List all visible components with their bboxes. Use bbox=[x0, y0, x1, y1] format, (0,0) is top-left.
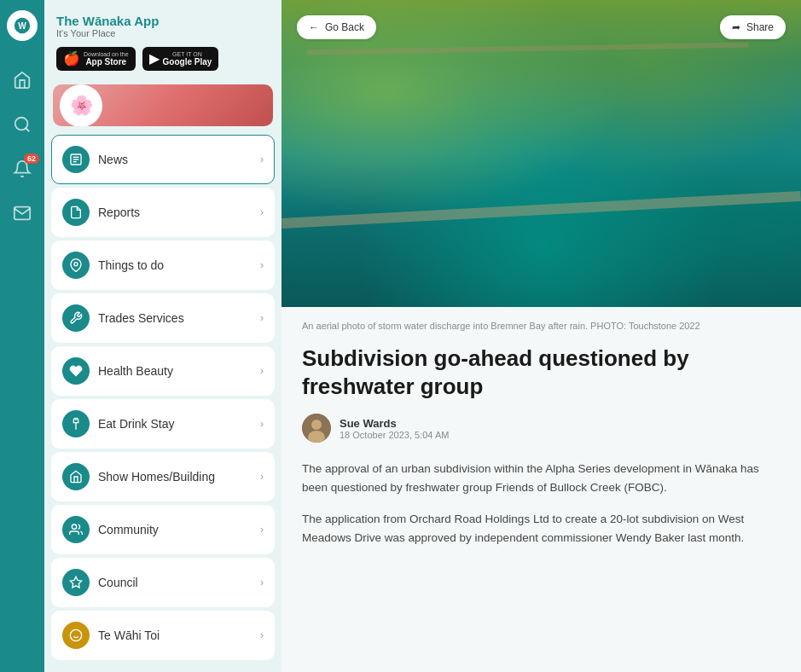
nav-list: News › Reports › Things to do › bbox=[44, 135, 282, 663]
news-icon bbox=[62, 146, 90, 173]
show-homes-icon bbox=[62, 463, 90, 490]
svg-point-17 bbox=[311, 420, 322, 430]
promo-banner[interactable]: 🌸 bbox=[53, 84, 273, 126]
sidebar-header: The Wānaka App It's Your Place 🍎 Downloa… bbox=[44, 0, 282, 79]
trades-services-icon bbox=[62, 304, 90, 332]
health-beauty-label: Health Beauty bbox=[98, 364, 260, 378]
health-beauty-icon bbox=[62, 357, 90, 385]
community-label: Community bbox=[98, 523, 260, 536]
search-rail-icon[interactable] bbox=[0, 102, 44, 147]
health-beauty-chevron: › bbox=[260, 365, 264, 377]
reports-label: Reports bbox=[98, 206, 260, 219]
share-button[interactable]: ➦ Share bbox=[720, 15, 786, 39]
author-row: Sue Wards 18 October 2023, 5:04 AM bbox=[302, 414, 781, 443]
article-paragraph-1: The approval of an urban subdivision wit… bbox=[302, 460, 781, 498]
share-icon: ➦ bbox=[732, 21, 740, 33]
google-play-line2: Google Play bbox=[163, 57, 212, 67]
trades-services-chevron: › bbox=[260, 312, 264, 324]
council-icon bbox=[62, 569, 90, 596]
nav-item-te-wahi-toi[interactable]: Te Wāhi Toi › bbox=[51, 611, 275, 660]
nav-item-things-to-do[interactable]: Things to do › bbox=[51, 240, 275, 290]
nav-item-council[interactable]: Council › bbox=[51, 558, 275, 607]
nav-item-reports[interactable]: Reports › bbox=[51, 188, 275, 237]
photo-caption: An aerial photo of storm water discharge… bbox=[302, 321, 781, 331]
te-wahi-toi-icon bbox=[62, 622, 90, 649]
nav-item-community[interactable]: Community › bbox=[51, 505, 275, 554]
nav-item-news[interactable]: News › bbox=[51, 135, 275, 184]
council-label: Council bbox=[98, 576, 260, 589]
author-name: Sue Wards bbox=[340, 417, 449, 430]
community-chevron: › bbox=[260, 524, 264, 536]
svg-point-8 bbox=[74, 263, 78, 266]
show-homes-chevron: › bbox=[260, 471, 264, 483]
icon-rail: W 62 bbox=[0, 0, 44, 672]
promo-icon: 🌸 bbox=[60, 84, 102, 126]
svg-point-2 bbox=[15, 118, 28, 130]
main-content: ← Go Back ➦ Share An aerial photo of sto… bbox=[282, 0, 801, 672]
news-chevron: › bbox=[260, 154, 264, 165]
nav-item-trades-services[interactable]: Trades Services › bbox=[51, 293, 275, 343]
mail-rail-icon[interactable] bbox=[0, 191, 44, 235]
council-chevron: › bbox=[260, 576, 264, 588]
community-icon bbox=[62, 516, 90, 543]
svg-text:W: W bbox=[18, 21, 26, 31]
aerial-photo bbox=[282, 0, 801, 307]
reports-icon bbox=[62, 199, 90, 226]
eat-drink-stay-icon bbox=[62, 410, 90, 437]
app-title: The Wānaka App bbox=[56, 14, 270, 28]
app-store-button[interactable]: 🍎 Download on the App Store bbox=[56, 47, 136, 71]
notification-badge: 62 bbox=[24, 154, 39, 164]
article-body: An aerial photo of storm water discharge… bbox=[282, 307, 801, 580]
author-avatar bbox=[302, 414, 331, 443]
svg-marker-12 bbox=[70, 576, 81, 588]
author-info: Sue Wards 18 October 2023, 5:04 AM bbox=[340, 417, 449, 440]
nav-item-eat-drink-stay[interactable]: Eat Drink Stay › bbox=[51, 399, 275, 449]
article-title: Subdivision go-ahead questioned by fresh… bbox=[302, 345, 781, 400]
te-wahi-toi-label: Te Wāhi Toi bbox=[98, 629, 260, 642]
things-to-do-label: Things to do bbox=[98, 258, 260, 272]
show-homes-label: Show Homes/Building bbox=[98, 470, 260, 484]
app-store-line1: Download on the bbox=[84, 51, 129, 57]
svg-point-11 bbox=[72, 524, 76, 529]
things-to-do-icon bbox=[62, 252, 90, 279]
news-label: News bbox=[98, 153, 260, 166]
te-wahi-toi-chevron: › bbox=[260, 629, 264, 641]
google-play-icon: ▶ bbox=[149, 52, 160, 66]
google-play-button[interactable]: ▶ GET IT ON Google Play bbox=[142, 47, 219, 71]
google-play-line1: GET IT ON bbox=[163, 51, 212, 57]
app-store-line2: App Store bbox=[84, 57, 129, 67]
go-back-label: Go Back bbox=[325, 21, 364, 33]
store-buttons-row: 🍎 Download on the App Store ▶ GET IT ON … bbox=[56, 47, 270, 71]
share-label: Share bbox=[746, 21, 774, 33]
eat-drink-stay-label: Eat Drink Stay bbox=[98, 417, 260, 431]
reports-chevron: › bbox=[260, 206, 264, 218]
app-subtitle: It's Your Place bbox=[56, 28, 270, 38]
nav-item-show-homes[interactable]: Show Homes/Building › bbox=[51, 452, 275, 501]
article-hero-image: ← Go Back ➦ Share bbox=[282, 0, 801, 307]
app-logo[interactable]: W bbox=[7, 10, 38, 41]
home-rail-icon[interactable] bbox=[0, 58, 44, 102]
trades-services-label: Trades Services bbox=[98, 311, 260, 325]
svg-line-3 bbox=[26, 128, 29, 131]
go-back-button[interactable]: ← Go Back bbox=[297, 15, 376, 39]
notifications-rail-icon[interactable]: 62 bbox=[0, 147, 44, 191]
sidebar: The Wānaka App It's Your Place 🍎 Downloa… bbox=[44, 0, 282, 672]
svg-point-13 bbox=[70, 629, 81, 640]
author-date: 18 October 2023, 5:04 AM bbox=[340, 430, 449, 440]
apple-icon: 🍎 bbox=[63, 52, 80, 66]
article-paragraph-2: The application from Orchard Road Holdin… bbox=[302, 510, 781, 548]
nav-item-health-beauty[interactable]: Health Beauty › bbox=[51, 346, 275, 396]
eat-drink-stay-chevron: › bbox=[260, 418, 264, 430]
go-back-arrow-icon: ← bbox=[309, 21, 319, 33]
things-to-do-chevron: › bbox=[260, 259, 264, 271]
